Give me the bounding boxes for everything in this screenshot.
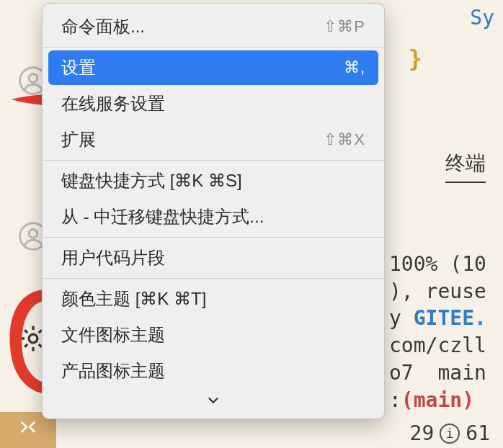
menu-separator (43, 160, 384, 161)
statusbar-counter-1[interactable]: 29 (410, 421, 435, 445)
menu-item-command-palette[interactable]: 命令面板... ⇧⌘P (48, 9, 378, 44)
svg-point-1 (29, 73, 37, 82)
remote-icon (19, 418, 37, 442)
terminal-line: o7 main (389, 361, 486, 385)
menu-item-label: 在线服务设置 (61, 92, 165, 115)
terminal-line: 100% (10 (389, 252, 486, 276)
menu-item-label: 文件图标主题 (61, 323, 165, 346)
chevron-down-icon (205, 393, 221, 413)
menu-item-online-services[interactable]: 在线服务设置 (48, 86, 378, 121)
statusbar-right: 29 i 61 (410, 421, 490, 445)
closing-brace: } (409, 45, 422, 72)
terminal-output: 100% (10 ), reuse y GITEE. com/czll o7 m… (389, 223, 497, 414)
svg-point-3 (29, 229, 37, 238)
menu-separator (43, 47, 384, 48)
menu-item-shortcut: ⌘, (344, 58, 365, 77)
symbol-link[interactable]: Sy (470, 6, 494, 30)
menu-item-product-icon-theme[interactable]: 产品图标主题 (48, 354, 378, 388)
menu-item-keyboard-shortcuts[interactable]: 键盘快捷方式 [⌘K ⌘S] (48, 163, 378, 198)
menu-expand[interactable] (43, 390, 384, 414)
menu-item-extensions[interactable]: 扩展 ⇧⌘X (48, 122, 378, 157)
terminal-line: ), reuse (389, 279, 486, 303)
menu-item-label: 颜色主题 [⌘K ⌘T] (61, 287, 206, 310)
tab-terminal[interactable]: 终端 (445, 150, 486, 183)
menu-item-label: 产品图标主题 (61, 359, 165, 382)
svg-point-4 (29, 334, 37, 343)
terminal-line: :(main) (389, 388, 474, 412)
menu-item-label: 命令面板... (61, 15, 145, 38)
terminal-line: y GITEE. (389, 306, 486, 330)
menu-item-label: 设置 (61, 56, 96, 79)
menu-item-migrate-shortcuts[interactable]: 从 - 中迁移键盘快捷方式... (48, 200, 378, 234)
menu-separator (43, 278, 384, 279)
menu-item-shortcut: ⇧⌘P (324, 17, 365, 36)
statusbar-counter-2[interactable]: 61 (466, 421, 490, 445)
menu-item-label: 从 - 中迁移键盘快捷方式... (61, 205, 264, 228)
menu-item-color-theme[interactable]: 颜色主题 [⌘K ⌘T] (48, 282, 378, 316)
menu-item-file-icon-theme[interactable]: 文件图标主题 (48, 318, 378, 352)
menu-item-label: 用户代码片段 (61, 246, 165, 269)
context-menu: 命令面板... ⇧⌘P 设置 ⌘, 在线服务设置 扩展 ⇧⌘X 键盘快捷方式 [… (42, 3, 385, 419)
menu-item-shortcut: ⇧⌘X (324, 130, 365, 149)
menu-item-settings[interactable]: 设置 ⌘, (48, 50, 378, 85)
menu-item-label: 扩展 (61, 128, 96, 151)
info-icon: i (440, 424, 460, 444)
terminal-line: com/czll (389, 333, 486, 357)
menu-item-user-snippets[interactable]: 用户代码片段 (48, 241, 378, 275)
menu-item-label: 键盘快捷方式 [⌘K ⌘S] (61, 169, 242, 192)
menu-separator (43, 237, 384, 238)
